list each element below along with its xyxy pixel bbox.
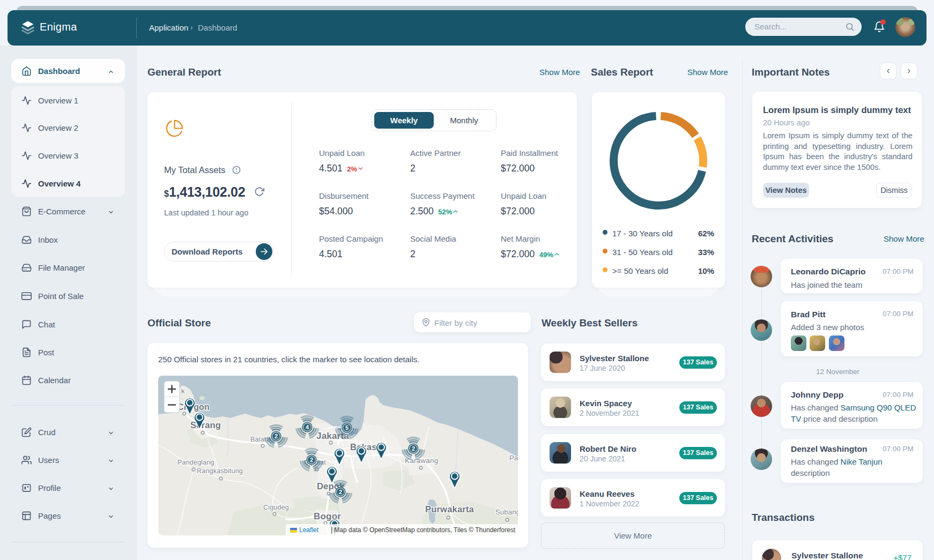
svg-text:4: 4 [306, 424, 309, 430]
svg-text:| Map data © OpenStreetMap con: | Map data © OpenStreetMap contributors,… [331, 526, 516, 534]
svg-text:Cigudeg: Cigudeg [263, 504, 289, 511]
svg-text:Pama: Pama [509, 454, 518, 462]
svg-text:2: 2 [339, 489, 342, 495]
svg-text:Purwakarta: Purwakarta [425, 504, 475, 514]
svg-text:Karawang: Karawang [405, 457, 438, 465]
svg-text:Leaflet: Leaflet [299, 526, 319, 534]
svg-text:2: 2 [310, 457, 313, 463]
svg-text:Rangkasbitung: Rangkasbitung [197, 467, 243, 475]
svg-text:2: 2 [412, 445, 415, 452]
svg-text:Serang: Serang [190, 420, 221, 430]
svg-text:5: 5 [345, 424, 349, 431]
svg-text:Pandeglang: Pandeglang [177, 459, 214, 466]
svg-text:k: k [181, 387, 185, 395]
svg-text:2: 2 [275, 433, 278, 439]
svg-text:Subang: Subang [495, 508, 518, 516]
